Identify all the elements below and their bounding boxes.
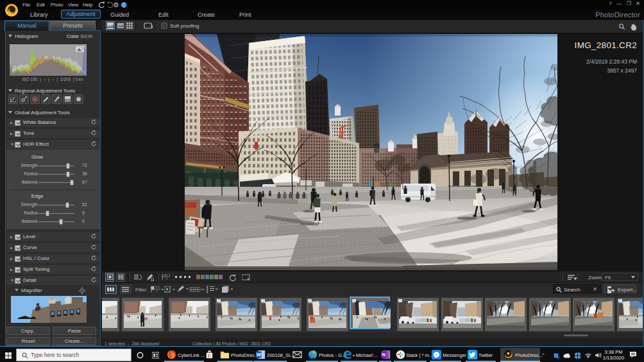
- svg-text:Q: Q: [122, 3, 126, 8]
- svg-text:N: N: [382, 352, 386, 358]
- svg-text:BETA: BETA: [311, 356, 316, 358]
- svg-text:W: W: [257, 352, 262, 358]
